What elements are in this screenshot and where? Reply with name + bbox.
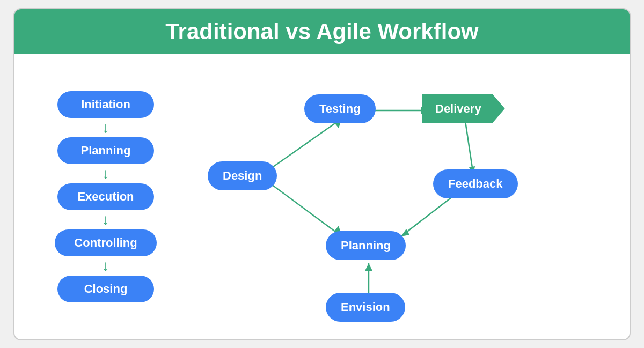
agile-node-delivery: Delivery [422, 94, 505, 123]
trad-node-initiation: Initiation [57, 91, 154, 118]
agile-node-envision: Envision [326, 293, 405, 322]
agile-workflow: Testing Delivery Design Feedback Plannin… [175, 70, 608, 323]
page-title: Traditional vs Agile Workflow [14, 19, 630, 45]
trad-arrow-1: ↓ [102, 120, 109, 135]
trad-node-controlling: Controlling [55, 229, 156, 256]
main-card: Traditional vs Agile Workflow Initiation… [13, 8, 631, 340]
agile-node-planning: Planning [326, 231, 406, 260]
agile-node-feedback: Feedback [433, 169, 518, 198]
trad-arrow-4: ↓ [102, 258, 109, 273]
trad-node-planning: Planning [57, 137, 154, 164]
svg-marker-9 [401, 229, 409, 236]
trad-arrow-2: ↓ [102, 166, 109, 181]
svg-marker-11 [365, 263, 372, 271]
svg-line-6 [465, 121, 473, 175]
agile-connectors [175, 70, 608, 323]
svg-line-0 [269, 119, 342, 169]
trad-node-execution: Execution [57, 183, 154, 210]
header: Traditional vs Agile Workflow [14, 9, 630, 54]
content-area: Initiation ↓ Planning ↓ Execution ↓ Cont… [14, 54, 630, 339]
traditional-workflow: Initiation ↓ Planning ↓ Execution ↓ Cont… [36, 70, 175, 323]
agile-node-design: Design [208, 161, 277, 190]
svg-line-2 [269, 183, 342, 236]
trad-node-closing: Closing [57, 276, 154, 302]
trad-arrow-3: ↓ [102, 212, 109, 227]
agile-node-testing: Testing [304, 94, 376, 123]
